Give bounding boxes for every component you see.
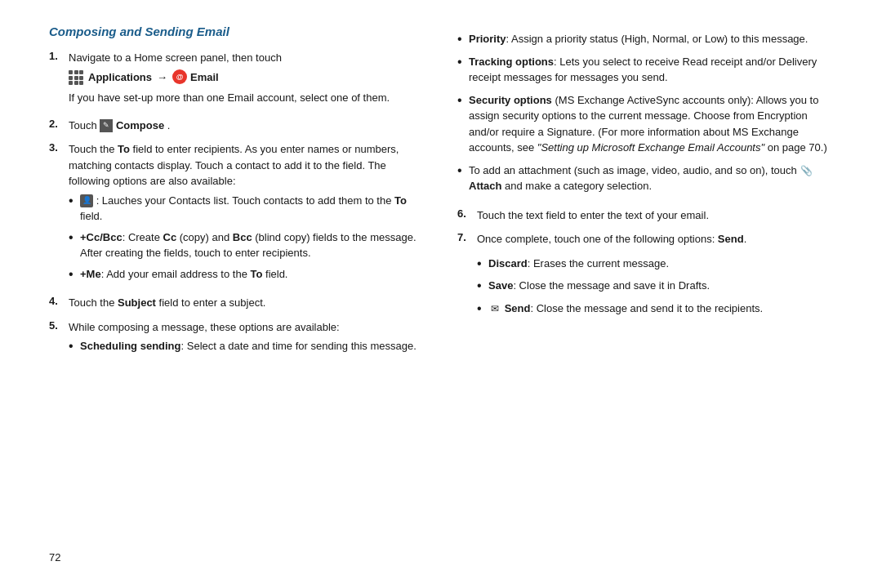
step-4: 4. Touch the Subject field to enter a su… (49, 295, 425, 311)
bullet-contacts-content: 👤 : Lauches your Contacts list. Touch co… (80, 193, 425, 225)
contacts-text: : Lauches your Contacts list. Touch cont… (80, 194, 407, 223)
step-number-1: 1. (49, 50, 64, 109)
page-container: Composing and Sending Email 1. Navigate … (0, 0, 882, 588)
bullet-dot-sched: • (69, 338, 75, 354)
step-3-bullets: • 👤 : Lauches your Contacts list. Touch … (69, 193, 425, 283)
step-7: 7. Once complete, touch one of the follo… (457, 231, 833, 247)
email-label: Email (190, 69, 219, 86)
left-column: Composing and Sending Email 1. Navigate … (49, 24, 425, 564)
step-3-content: Touch the To field to enter recipients. … (69, 141, 425, 287)
bullet-scheduling-content: Scheduling sending: Select a date and ti… (80, 338, 425, 354)
bullet-save: • Save: Close the message and save it in… (477, 278, 833, 294)
apps-grid-icon (69, 69, 85, 86)
step-number-5: 5. (49, 319, 64, 359)
bullet-scheduling: • Scheduling sending: Select a date and … (69, 338, 425, 354)
attach-icon: 📎 (800, 164, 813, 177)
bullet-me: • +Me: Add your email address to the To … (69, 266, 425, 283)
step-1-content: Navigate to a Home screen panel, then to… (69, 50, 425, 109)
bullet-ccbcc: • +Cc/Bcc: Create Cc (copy) and Bcc (bli… (69, 229, 425, 261)
bullet-me-content: +Me: Add your email address to the To fi… (80, 266, 425, 283)
step-7-content: Once complete, touch one of the followin… (477, 231, 833, 247)
send-envelope-icon: ✉ (488, 302, 501, 315)
step-1: 1. Navigate to a Home screen panel, then… (49, 50, 425, 109)
step-5-text: While composing a message, these options… (69, 319, 425, 336)
bullet-discard-content: Discard: Erases the current message. (488, 256, 833, 272)
right-top-bullets: • Priority: Assign a priority status (Hi… (457, 31, 833, 201)
step-6: 6. Touch the text field to enter the tex… (457, 207, 833, 224)
bullet-priority: • Priority: Assign a priority status (Hi… (457, 31, 833, 47)
bullet-tracking-content: Tracking options: Lets you select to rec… (469, 54, 833, 86)
step-4-text: Touch the Subject field to enter a subje… (69, 296, 265, 309)
step-5: 5. While composing a message, these opti… (49, 319, 425, 359)
bullet-dot-2: • (69, 229, 75, 261)
bullet-dot-discard: • (477, 256, 483, 272)
right-column: • Priority: Assign a priority status (Hi… (457, 24, 833, 564)
step-2-text-before: Touch (69, 119, 100, 131)
step-1-follow: If you have set-up more than one Email a… (69, 90, 425, 106)
arrow-icon: → (157, 69, 167, 86)
bullet-discard: • Discard: Erases the current message. (477, 256, 833, 272)
step-2: 2. Touch ✎ Compose . (49, 118, 425, 134)
step-7-text: Once complete, touch one of the followin… (477, 233, 746, 245)
email-app-icon: @ (172, 69, 187, 84)
compose-label: Compose (116, 119, 164, 131)
step-6-content: Touch the text field to enter the text o… (477, 207, 833, 224)
step-4-content: Touch the Subject field to enter a subje… (69, 295, 425, 311)
step-number-3: 3. (49, 141, 64, 287)
step-5-content: While composing a message, these options… (69, 319, 425, 359)
contacts-list-icon: 👤 (80, 194, 93, 207)
bullet-dot: • (69, 193, 75, 225)
bullet-attachment-content: To add an attachment (such as image, vid… (469, 163, 833, 194)
step-3-text: Touch the To field to enter recipients. … (69, 141, 425, 189)
step-2-period: . (167, 119, 171, 131)
bullet-priority-content: Priority: Assign a priority status (High… (469, 31, 833, 47)
step-number-2: 2. (49, 118, 64, 134)
bullet-security: • Security options (MS Exchange ActiveSy… (457, 92, 833, 156)
compose-icon: ✎ (100, 119, 113, 132)
page-number: 72 (49, 551, 60, 564)
app-line: Applications → @ Email (69, 69, 425, 86)
step-2-content: Touch ✎ Compose . (69, 118, 425, 134)
step-5-bullets: • Scheduling sending: Select a date and … (69, 338, 425, 354)
bullet-send-content: ✉ Send: Close the message and send it to… (488, 301, 833, 317)
bullet-dot-send: • (477, 301, 483, 317)
step-number-6: 6. (457, 207, 472, 224)
bullet-save-content: Save: Close the message and save it in D… (488, 278, 833, 294)
bullet-security-content: Security options (MS Exchange ActiveSync… (469, 92, 833, 156)
bullet-dot-priority: • (457, 31, 464, 47)
bullet-contacts: • 👤 : Lauches your Contacts list. Touch … (69, 193, 425, 225)
bullet-tracking: • Tracking options: Lets you select to r… (457, 54, 833, 86)
bullet-dot-attach: • (457, 163, 464, 194)
step-3: 3. Touch the To field to enter recipient… (49, 141, 425, 287)
step-6-text: Touch the text field to enter the text o… (477, 209, 709, 221)
bullet-dot-save: • (477, 278, 483, 294)
bullet-ccbcc-content: +Cc/Bcc: Create Cc (copy) and Bcc (blind… (80, 229, 425, 261)
bullet-dot-security: • (457, 92, 464, 156)
step-number-4: 4. (49, 295, 64, 311)
step-1-intro: Navigate to a Home screen panel, then to… (69, 50, 425, 66)
bullet-dot-tracking: • (457, 54, 464, 86)
applications-label: Applications (88, 69, 152, 86)
right-bottom-bullets: • Discard: Erases the current message. •… (457, 256, 833, 323)
bullet-attachment: • To add an attachment (such as image, v… (457, 163, 833, 194)
section-title: Composing and Sending Email (49, 24, 425, 38)
bullet-dot-3: • (69, 266, 75, 283)
bullet-send: • ✉ Send: Close the message and send it … (477, 301, 833, 317)
step-number-7: 7. (457, 231, 472, 247)
